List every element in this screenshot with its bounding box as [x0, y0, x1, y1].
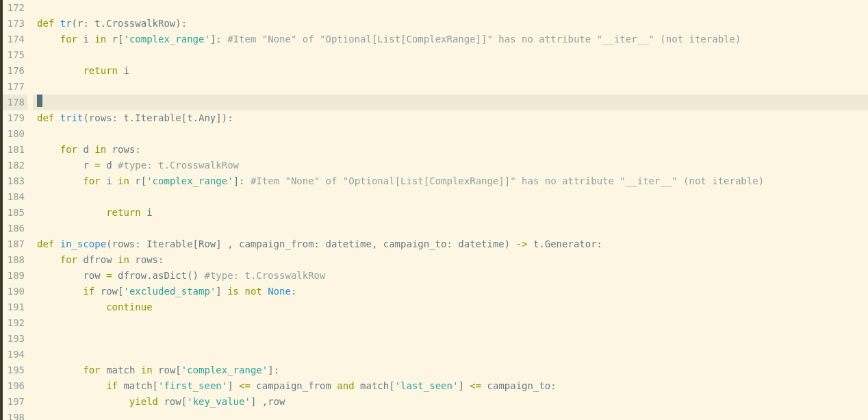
line-number: 186 [3, 221, 27, 236]
code-editor[interactable]: 1721731741751761771781791801811821831841… [0, 0, 868, 420]
token-punc: ] [227, 380, 239, 391]
token-punc [37, 34, 60, 45]
text-cursor [37, 95, 42, 107]
line-number: 188 [3, 252, 27, 268]
code-line[interactable]: if match['first_seen'] <= campaign_from … [37, 378, 868, 394]
token-punc: r [37, 160, 94, 171]
token-kw: for [60, 34, 77, 45]
token-cmt: #type: t.CrosswalkRow [204, 270, 325, 281]
token-kw: in [141, 365, 153, 375]
code-line[interactable]: for i in r['complex_range']: #Item "None… [37, 173, 868, 189]
line-number: 177 [3, 79, 27, 95]
line-number: 181 [3, 142, 27, 158]
token-punc: match [101, 365, 141, 375]
token-punc: r[ [129, 175, 146, 186]
code-line[interactable] [37, 315, 868, 331]
code-line[interactable] [37, 347, 868, 362]
token-punc [37, 65, 83, 76]
token-punc: d [77, 144, 94, 155]
token-fn: tr [60, 18, 72, 29]
line-number: 179 [3, 110, 27, 126]
token-punc [37, 365, 83, 375]
token-kw: in [118, 254, 129, 265]
line-number: 187 [3, 236, 27, 252]
code-line[interactable] [37, 0, 868, 16]
code-line[interactable] [37, 331, 868, 347]
token-kw: return [83, 65, 118, 76]
code-line[interactable]: for match in row['complex_range']: [37, 362, 868, 378]
token-kw: <= [470, 380, 481, 391]
token-punc: t.Generator: [527, 238, 602, 249]
code-line[interactable] [33, 95, 868, 110]
token-kw: in [118, 175, 129, 186]
code-line[interactable] [37, 410, 868, 420]
line-number: 178 [3, 95, 27, 110]
token-punc [37, 286, 83, 297]
token-kw: return [106, 207, 141, 218]
token-punc: ]: [268, 365, 279, 375]
code-line[interactable]: r = d #type: t.CrosswalkRow [37, 158, 868, 173]
token-punc [37, 380, 106, 391]
line-number: 196 [3, 378, 27, 394]
code-line[interactable]: for d in rows: [37, 142, 868, 158]
token-punc: dfrow [77, 254, 118, 265]
token-punc: : [291, 286, 296, 297]
code-line[interactable]: yield row['key_value'] ,row [37, 394, 868, 410]
line-number: 173 [3, 16, 27, 32]
token-kw: and [337, 380, 354, 391]
token-punc: ] [458, 380, 470, 391]
code-line[interactable]: return i [37, 205, 868, 221]
code-line[interactable]: for i in r['complex_range']: #Item "None… [37, 32, 868, 47]
token-punc [37, 175, 83, 186]
line-number: 193 [3, 331, 27, 347]
code-area[interactable]: def tr(r: t.CrosswalkRow): for i in r['c… [33, 0, 868, 420]
token-str: 'complex_range' [146, 175, 233, 186]
token-kw: def [37, 238, 60, 249]
code-line[interactable] [37, 79, 868, 95]
token-cmt: #Item "None" of "Optional[List[ComplexRa… [227, 34, 741, 45]
token-punc: dfrow.asDict() [112, 270, 205, 281]
token-punc: r[ [106, 34, 123, 45]
token-fn: None [268, 286, 291, 297]
token-kw: continue [106, 301, 152, 312]
token-punc: row[ [153, 365, 181, 375]
token-punc: campaign_from [251, 380, 337, 391]
line-number: 190 [3, 284, 27, 299]
token-str: 'complex_range' [123, 34, 209, 45]
token-punc: ] ,row [251, 396, 285, 407]
line-number-gutter: 1721731741751761771781791801811821831841… [3, 0, 33, 420]
token-kw: if [106, 380, 118, 391]
line-number: 172 [3, 0, 27, 16]
line-number: 174 [3, 32, 27, 47]
token-punc: i [101, 175, 118, 186]
code-line[interactable]: def trit(rows: t.Iterable[t.Any]): [37, 110, 868, 126]
token-kw: -> [516, 238, 528, 249]
token-punc: d [101, 160, 118, 171]
code-line[interactable]: return i [37, 63, 868, 79]
code-line[interactable]: continue [37, 299, 868, 315]
code-line[interactable]: def tr(r: t.CrosswalkRow): [37, 16, 868, 32]
code-line[interactable] [37, 221, 868, 236]
token-punc: i [77, 34, 94, 45]
token-punc: i [118, 65, 129, 76]
code-line[interactable]: def in_scope(rows: Iterable[Row] , campa… [37, 236, 868, 252]
token-kw: def [37, 112, 60, 123]
token-punc: rows: [106, 144, 141, 155]
code-line[interactable]: for dfrow in rows: [37, 252, 868, 268]
token-str: 'last_seen' [395, 380, 459, 391]
code-line[interactable]: row = dfrow.asDict() #type: t.CrosswalkR… [37, 268, 868, 284]
token-punc: rows: [129, 254, 164, 265]
code-line[interactable]: if row['excluded_stamp'] is not None: [37, 284, 868, 299]
code-line[interactable] [37, 189, 868, 205]
token-kw: = [94, 160, 100, 171]
line-number: 175 [3, 47, 27, 63]
token-str: 'first_seen' [158, 380, 227, 391]
token-punc: (r: t.CrosswalkRow): [72, 18, 188, 29]
token-cmt: #type: t.CrosswalkRow [118, 160, 239, 171]
code-line[interactable] [37, 47, 868, 63]
token-kw: = [106, 270, 112, 281]
token-punc [37, 207, 106, 218]
token-punc [37, 254, 60, 265]
code-line[interactable] [37, 126, 868, 142]
token-kw: for [60, 254, 77, 265]
